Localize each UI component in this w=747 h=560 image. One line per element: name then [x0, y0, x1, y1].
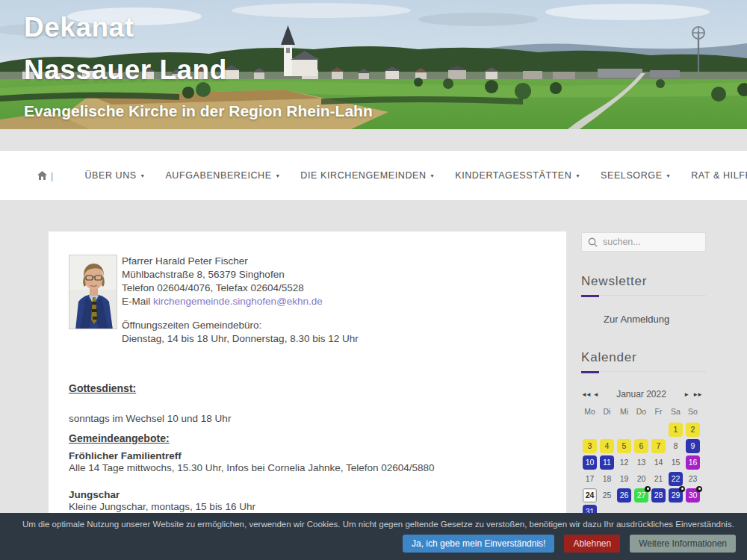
pastor-address: Mühlbachstraße 8, 56379 Singhofen	[122, 268, 359, 281]
calendar-day-1[interactable]: 1	[669, 423, 683, 437]
calendar-day-10[interactable]: 10	[583, 455, 597, 470]
calendar-day-5[interactable]: 5	[617, 439, 631, 453]
calendar-cell: 11	[598, 454, 616, 470]
calendar-day-2[interactable]: 2	[686, 423, 700, 437]
nav-item-5[interactable]: RAT & HILFE▾	[681, 163, 747, 188]
cookie-decline-button[interactable]: Ablehnen	[564, 535, 620, 553]
site-title-line1: Dekanat	[24, 6, 373, 49]
calendar-cell: 17	[581, 470, 598, 487]
cookie-message: Um die optimale Nutzung unserer Website …	[22, 520, 736, 529]
event-badge-icon	[696, 486, 702, 492]
event-badge-icon	[679, 486, 685, 492]
calendar-weekday-row: MoDiMiDoFrSaSo	[581, 405, 701, 418]
nav-home-separator: |	[51, 170, 53, 181]
calendar-day-20[interactable]: 20	[634, 472, 648, 486]
calendar-cell: 3	[581, 438, 598, 454]
pastor-photo	[69, 255, 117, 329]
office-hours-title: Öffnungszeiten Gemeindebüro:	[122, 319, 359, 332]
jungschar-line1: Kleine Jungschar, montags, 15 bis 16 Uhr	[69, 500, 544, 514]
calendar-day-12[interactable]: 12	[617, 455, 631, 470]
newsletter-heading-rule	[581, 295, 706, 297]
search-icon	[588, 237, 598, 247]
familientreff-title: Fröhlicher Familientreff	[69, 450, 544, 461]
page: Dekanat Nassauer Land Evangelische Kirch…	[0, 0, 747, 560]
calendar-cell: 1	[667, 421, 684, 438]
cookie-info-button[interactable]: Weitere Informationen	[630, 535, 736, 553]
calendar-weekday-label: Sa	[667, 405, 684, 418]
calendar-next-month-icon[interactable]: ►	[684, 391, 689, 398]
calendar-day-15[interactable]: 15	[669, 455, 683, 470]
calendar-cell	[633, 421, 650, 438]
calendar-cell: 30	[684, 487, 701, 503]
nav-home-link[interactable]: |	[37, 170, 53, 181]
pastor-contact-info: Pfarrer Harald Peter Fischer Mühlbachstr…	[122, 255, 359, 346]
calendar-day-14[interactable]: 14	[651, 455, 666, 470]
calendar-cell: 16	[684, 454, 701, 470]
calendar-day-4[interactable]: 4	[600, 439, 614, 453]
calendar-day-9[interactable]: 9	[686, 439, 700, 453]
calendar-day-16[interactable]: 16	[686, 455, 700, 470]
calendar-day-21[interactable]: 21	[651, 472, 666, 486]
calendar-cell: 13	[633, 454, 650, 470]
nav-item-3[interactable]: KINDERTAGESSTÄTTEN▾	[444, 163, 590, 188]
calendar-day-8[interactable]: 8	[669, 439, 683, 453]
calendar-cell: 23	[684, 470, 701, 487]
calendar-day-29[interactable]: 29	[669, 488, 683, 503]
search-input[interactable]	[603, 237, 692, 247]
home-icon	[37, 171, 47, 180]
jungschar-title: Jungschar	[69, 489, 544, 500]
calendar-day-18[interactable]: 18	[600, 472, 614, 486]
calendar-day-25[interactable]: 25	[600, 488, 614, 503]
calendar-weekday-label: Di	[598, 405, 616, 418]
calendar-cell: 15	[667, 454, 684, 470]
calendar-cell: 4	[598, 438, 616, 454]
calendar-day-26[interactable]: 26	[617, 488, 631, 503]
calendar-heading-rule	[581, 371, 706, 373]
calendar-cell	[616, 421, 633, 438]
nav-item-2[interactable]: DIE KIRCHENGEMEINDEN▾	[290, 163, 444, 188]
site-header: Dekanat Nassauer Land Evangelische Kirch…	[0, 0, 747, 129]
calendar-cell	[598, 421, 616, 438]
calendar-day-28[interactable]: 28	[651, 488, 666, 503]
calendar-cell: 19	[616, 470, 633, 487]
nav-item-0[interactable]: ÜBER UNS▾	[74, 163, 155, 188]
calendar-day-7[interactable]: 7	[651, 439, 666, 453]
calendar-nav: ◄◄ ◄ Januar 2022 ► ►►	[581, 387, 701, 402]
site-subtitle: Evangelische Kirche in der Region Rhein-…	[24, 102, 373, 120]
calendar-weekday-label: Mo	[581, 405, 598, 418]
calendar-cell: 8	[667, 438, 684, 454]
nav-item-1[interactable]: AUFGABENBEREICHE▾	[155, 163, 290, 188]
familientreff-text: Alle 14 Tage mittwochs, 15.30 Uhr, Infos…	[69, 461, 544, 475]
calendar-day-23[interactable]: 23	[686, 472, 700, 486]
calendar-day-19[interactable]: 19	[617, 472, 631, 486]
calendar-day-30[interactable]: 30	[686, 488, 700, 503]
gottesdienst-text: sonntags im Wechsel 10 und 18 Uhr	[69, 412, 544, 426]
newsletter-signup-link[interactable]: Zur Anmeldung	[604, 314, 706, 325]
calendar-day-6[interactable]: 6	[634, 439, 648, 453]
email-label: E-Mail	[122, 296, 153, 307]
cookie-accept-button[interactable]: Ja, ich gebe mein Einverständnis!	[403, 535, 554, 553]
pastor-name: Pfarrer Harald Peter Fischer	[122, 255, 359, 268]
pastor-email-line: E-Mail kirchengemeinde.singhofen@ekhn.de	[122, 295, 359, 308]
calendar-day-17[interactable]: 17	[583, 472, 597, 486]
newsletter-heading: Newsletter	[581, 274, 706, 289]
calendar-day-13[interactable]: 13	[634, 455, 648, 470]
calendar-cell: 26	[616, 487, 633, 503]
calendar-day-22[interactable]: 22	[669, 472, 683, 486]
nav-item-4[interactable]: SEELSORGE▾	[590, 163, 681, 188]
calendar-cell: 27	[633, 487, 650, 503]
calendar-cell: 28	[650, 487, 667, 503]
search-box	[581, 232, 706, 252]
chevron-down-icon: ▾	[667, 172, 671, 179]
calendar-day-3[interactable]: 3	[583, 439, 597, 453]
calendar-next-year-icon[interactable]: ►►	[692, 391, 701, 398]
main-nav: | ÜBER UNS▾AUFGABENBEREICHE▾DIE KIRCHENG…	[0, 151, 747, 200]
calendar-prev-month-icon[interactable]: ◄	[593, 391, 599, 398]
email-link[interactable]: kirchengemeinde.singhofen@ekhn.de	[153, 296, 323, 307]
site-branding: Dekanat Nassauer Land Evangelische Kirch…	[24, 6, 373, 120]
calendar-day-27[interactable]: 27	[634, 488, 648, 503]
calendar-day-24[interactable]: 24	[583, 488, 597, 503]
calendar-heading: Kalender	[581, 350, 706, 365]
calendar-day-11[interactable]: 11	[600, 455, 614, 470]
calendar-prev-year-icon[interactable]: ◄◄	[581, 391, 590, 398]
